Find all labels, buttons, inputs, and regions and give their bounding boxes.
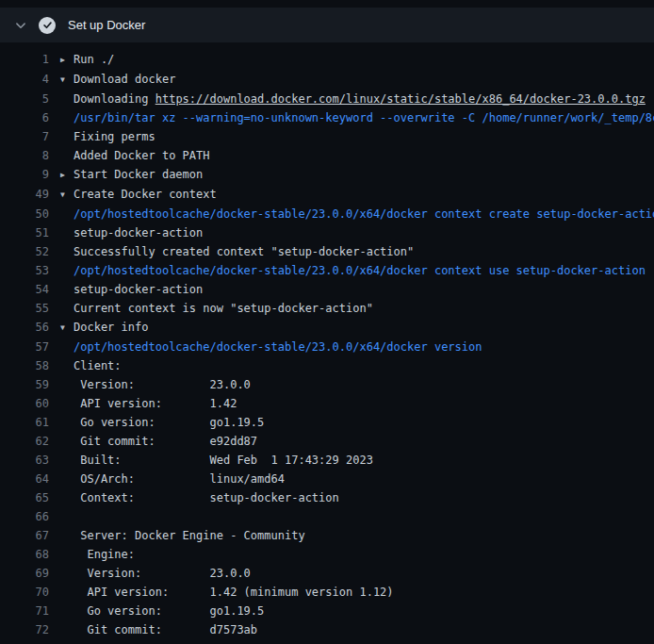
line-number[interactable]: 61: [0, 413, 49, 432]
line-number[interactable]: 70: [0, 583, 49, 602]
line-number[interactable]: 7: [0, 127, 49, 146]
line-number[interactable]: 57: [0, 338, 49, 356]
group-title: Download docker: [74, 73, 175, 86]
log-line: 71 Go version: go1.19.5: [0, 602, 654, 620]
log-line: 68 Engine:: [0, 545, 654, 564]
line-number[interactable]: 53: [0, 261, 49, 280]
log-line: 66: [0, 507, 654, 526]
log-line: 59 Version: 23.0.0: [0, 375, 654, 394]
line-number[interactable]: 6: [0, 108, 49, 127]
log-line: 8Added Docker to PATH: [0, 146, 654, 165]
log-line: 57/opt/hostedtoolcache/docker-stable/23.…: [0, 338, 654, 356]
log-line[interactable]: 56▼Docker info: [0, 318, 654, 338]
line-number[interactable]: 55: [0, 299, 49, 318]
log-line[interactable]: 49▼Create Docker context: [0, 185, 654, 205]
collapse-arrow-icon[interactable]: ▼: [60, 186, 74, 205]
log-line: 69 Version: 23.0.0: [0, 564, 654, 583]
step-header[interactable]: Set up Docker: [0, 8, 654, 42]
line-number[interactable]: 5: [0, 90, 49, 108]
line-number[interactable]: 69: [0, 564, 49, 583]
log-line: 6/usr/bin/tar xz --warning=no-unknown-ke…: [0, 108, 654, 127]
log-line: 60 API version: 1.42: [0, 394, 654, 413]
line-number[interactable]: 60: [0, 394, 49, 413]
log-line[interactable]: 1▶Run ./: [0, 50, 654, 70]
line-number[interactable]: 66: [0, 507, 49, 526]
log-line: 62 Git commit: e92dd87: [0, 432, 654, 451]
log-line: 64 OS/Arch: linux/amd64: [0, 470, 654, 488]
line-number[interactable]: 52: [0, 242, 49, 261]
log-line: 52Successfully created context "setup-do…: [0, 242, 654, 261]
log-line: 53/opt/hostedtoolcache/docker-stable/23.…: [0, 261, 654, 280]
line-number[interactable]: 56: [0, 318, 49, 338]
group-title: Docker info: [74, 321, 148, 334]
log-text: Version: 23.0.0: [60, 564, 251, 583]
log-text: Downloading https://download.docker.com/…: [60, 90, 646, 108]
expand-arrow-icon[interactable]: ▶: [60, 51, 74, 70]
line-number[interactable]: 8: [0, 146, 49, 165]
log-line: 7Fixing perms: [0, 127, 654, 146]
group-title: Start Docker daemon: [74, 168, 203, 181]
group-title: Run ./: [74, 53, 114, 66]
line-number[interactable]: 4: [0, 70, 49, 90]
log-text: setup-docker-action: [60, 223, 203, 242]
log-text: Context: setup-docker-action: [60, 488, 339, 507]
line-number[interactable]: 51: [0, 223, 49, 242]
log-text: /usr/bin/tar xz --warning=no-unknown-key…: [60, 108, 654, 127]
log-text: /opt/hostedtoolcache/docker-stable/23.0.…: [60, 261, 646, 280]
log-text: Added Docker to PATH: [60, 146, 210, 165]
log-text: Git commit: d7573ab: [60, 620, 257, 639]
log-text: Fixing perms: [60, 127, 155, 146]
log-text: API version: 1.42: [60, 394, 237, 413]
log-text: Engine:: [60, 545, 135, 564]
collapse-arrow-icon[interactable]: ▼: [60, 319, 74, 338]
chevron-down-icon[interactable]: [15, 20, 26, 31]
step-title: Set up Docker: [68, 19, 145, 31]
line-number[interactable]: 59: [0, 375, 49, 394]
line-number[interactable]: 63: [0, 451, 49, 470]
line-number[interactable]: 65: [0, 488, 49, 507]
log-line: 51setup-docker-action: [0, 223, 654, 242]
line-number[interactable]: 72: [0, 620, 49, 639]
log-line: 61 Go version: go1.19.5: [0, 413, 654, 432]
log-text: Go version: go1.19.5: [60, 602, 264, 620]
line-number[interactable]: 9: [0, 165, 49, 185]
log-text: Built: Wed Feb 1 17:43:29 2023: [60, 451, 373, 470]
line-number[interactable]: 50: [0, 205, 49, 223]
log-line[interactable]: 4▼Download docker: [0, 70, 654, 90]
log-text: Version: 23.0.0: [60, 375, 251, 394]
log-text: API version: 1.42 (minimum version 1.12): [60, 583, 394, 602]
log-text: OS/Arch: linux/amd64: [60, 470, 285, 488]
log-line: 63 Built: Wed Feb 1 17:43:29 2023: [0, 451, 654, 470]
collapse-arrow-icon[interactable]: ▼: [60, 71, 74, 90]
log-viewer: 1▶Run ./4▼Download docker5Downloading ht…: [0, 42, 654, 639]
line-number[interactable]: 71: [0, 602, 49, 620]
log-text: Successfully created context "setup-dock…: [60, 242, 414, 261]
group-line: ▶Start Docker daemon: [60, 165, 203, 185]
line-number[interactable]: 62: [0, 432, 49, 451]
line-number[interactable]: 68: [0, 545, 49, 564]
group-line: ▼Download docker: [60, 70, 175, 90]
log-line[interactable]: 9▶Start Docker daemon: [0, 165, 654, 185]
log-line: 54setup-docker-action: [0, 280, 654, 299]
log-line: 50/opt/hostedtoolcache/docker-stable/23.…: [0, 205, 654, 223]
log-line: 72 Git commit: d7573ab: [0, 620, 654, 639]
line-number[interactable]: 67: [0, 526, 49, 545]
line-number[interactable]: 54: [0, 280, 49, 299]
line-number[interactable]: 64: [0, 470, 49, 488]
check-circle-icon: [39, 17, 56, 34]
line-number[interactable]: 49: [0, 185, 49, 205]
log-line: 5Downloading https://download.docker.com…: [0, 90, 654, 108]
line-number[interactable]: 58: [0, 356, 49, 375]
log-text: Server: Docker Engine - Community: [60, 526, 305, 545]
log-line: 58Client:: [0, 356, 654, 375]
group-line: ▼Docker info: [60, 318, 148, 338]
group-title: Create Docker context: [74, 188, 217, 201]
log-text: Current context is now "setup-docker-act…: [60, 299, 373, 318]
line-number[interactable]: 1: [0, 50, 49, 70]
expand-arrow-icon[interactable]: ▶: [60, 166, 74, 185]
log-line: 67 Server: Docker Engine - Community: [0, 526, 654, 545]
log-text: Go version: go1.19.5: [60, 413, 264, 432]
log-link[interactable]: https://download.docker.com/linux/static…: [155, 92, 646, 106]
log-text-prefix: Downloading: [74, 92, 155, 106]
group-line: ▶Run ./: [60, 50, 114, 70]
